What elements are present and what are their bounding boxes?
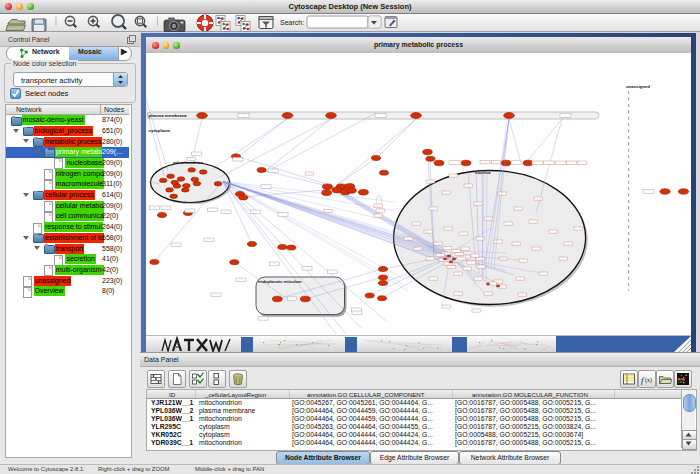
svg-text:··: ·· xyxy=(460,258,462,260)
svg-text:···: ··· xyxy=(564,115,567,118)
svg-text:··: ·· xyxy=(519,278,521,280)
svg-text:··: ·· xyxy=(432,208,434,210)
svg-text:endoplasmic reticulum: endoplasmic reticulum xyxy=(258,279,302,284)
svg-text:··: ·· xyxy=(415,223,417,225)
svg-text:··: ·· xyxy=(309,173,311,175)
svg-text:··: ·· xyxy=(479,238,481,240)
svg-text:···: ··· xyxy=(215,294,218,297)
svg-text:··: ·· xyxy=(447,228,449,230)
svg-text:··: ·· xyxy=(429,258,431,260)
svg-text:··: ·· xyxy=(450,266,452,268)
svg-text:···: ··· xyxy=(240,279,243,282)
svg-text:···: ··· xyxy=(273,263,276,266)
svg-text:··: ·· xyxy=(480,266,482,268)
svg-text:··: ·· xyxy=(497,241,499,243)
svg-text:··: ·· xyxy=(491,283,493,285)
svg-text:··: ·· xyxy=(477,278,479,280)
svg-text:··: ·· xyxy=(327,210,329,212)
svg-text:··: ·· xyxy=(446,247,448,249)
svg-text:···: ··· xyxy=(254,211,257,214)
svg-text:···: ··· xyxy=(272,170,275,173)
svg-text:··: ·· xyxy=(562,258,564,260)
svg-text:··: ·· xyxy=(379,210,381,212)
svg-text:···: ··· xyxy=(195,153,198,156)
svg-text:··: ·· xyxy=(432,278,434,280)
svg-text:··: ·· xyxy=(477,203,479,205)
svg-text:··: ·· xyxy=(445,192,447,194)
svg-text:··: ·· xyxy=(470,262,472,264)
svg-text:··: ·· xyxy=(190,158,192,160)
svg-text:unassigned: unassigned xyxy=(626,84,650,89)
svg-text:··: ·· xyxy=(455,250,457,252)
svg-text:···: ··· xyxy=(379,115,382,118)
svg-text:··: ·· xyxy=(462,233,464,235)
svg-text:···: ··· xyxy=(356,312,359,315)
svg-text:···: ··· xyxy=(153,207,156,210)
svg-text:plasma membrane: plasma membrane xyxy=(149,113,188,118)
svg-text:···: ··· xyxy=(165,207,168,210)
svg-text:··: ·· xyxy=(479,258,481,260)
svg-text:···: ··· xyxy=(265,185,268,188)
svg-text:···: ··· xyxy=(189,210,192,213)
svg-text:···: ··· xyxy=(647,190,650,193)
svg-text:cytoplasm: cytoplasm xyxy=(149,128,171,133)
svg-text:··: ·· xyxy=(542,273,544,275)
svg-text:···: ··· xyxy=(237,158,240,161)
svg-text:··: ·· xyxy=(521,294,523,296)
svg-text:··: ·· xyxy=(487,218,489,220)
svg-text:··: ·· xyxy=(452,175,454,177)
svg-text:··: ·· xyxy=(445,306,447,308)
svg-text:··: ·· xyxy=(407,238,409,240)
svg-text:··: ·· xyxy=(467,185,469,187)
svg-text:··: ·· xyxy=(577,228,579,230)
svg-text:··: ·· xyxy=(439,254,441,256)
svg-text:··: ·· xyxy=(552,231,554,233)
svg-text:··: ·· xyxy=(457,293,459,295)
svg-text:··: ·· xyxy=(507,223,509,225)
svg-text:··: ·· xyxy=(464,248,466,250)
svg-text:··: ·· xyxy=(567,243,569,245)
svg-text:···: ··· xyxy=(175,244,178,247)
svg-text:··: ·· xyxy=(497,281,499,283)
svg-text:··: ·· xyxy=(474,255,476,257)
svg-text:··: ·· xyxy=(537,198,539,200)
svg-text:··: ·· xyxy=(515,243,517,245)
svg-text:··: ·· xyxy=(429,181,431,183)
svg-text:··: ·· xyxy=(458,253,460,255)
svg-text:··: ·· xyxy=(466,268,468,270)
svg-text:···: ··· xyxy=(242,115,245,118)
svg-text:··: ·· xyxy=(487,293,489,295)
svg-text:···: ··· xyxy=(331,271,334,274)
svg-text:···: ··· xyxy=(211,209,214,212)
svg-text:nucleus: nucleus xyxy=(475,170,491,175)
svg-text:···: ··· xyxy=(262,317,265,320)
svg-text:··: ·· xyxy=(457,273,459,275)
svg-text:··: ·· xyxy=(501,286,503,288)
svg-text:··: ·· xyxy=(522,260,524,262)
svg-text:··: ·· xyxy=(517,208,519,210)
svg-text:···: ··· xyxy=(306,267,309,270)
svg-text:Search:: Search: xyxy=(280,19,304,26)
svg-text:··: ·· xyxy=(535,248,537,250)
svg-text:(x): (x) xyxy=(645,377,652,384)
svg-text:···: ··· xyxy=(291,298,294,301)
svg-text:···: ··· xyxy=(208,239,211,242)
svg-text:··: ·· xyxy=(475,310,477,312)
svg-text:···: ··· xyxy=(225,211,228,214)
svg-text:··: ·· xyxy=(377,205,379,207)
svg-text:··: ·· xyxy=(427,231,429,233)
svg-text:···: ··· xyxy=(282,213,285,216)
svg-text:··: ·· xyxy=(532,221,534,223)
svg-text:··: ·· xyxy=(377,215,379,217)
